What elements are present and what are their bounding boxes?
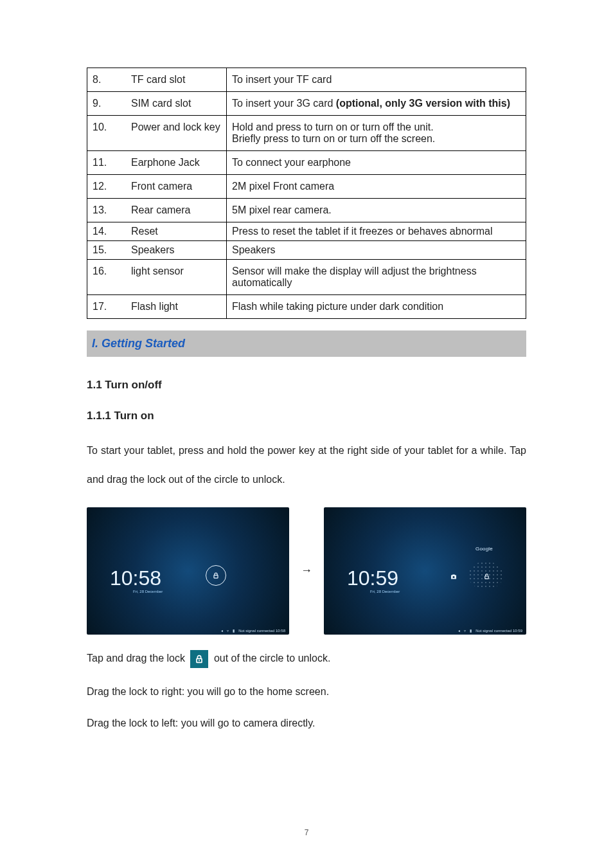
svg-rect-0 bbox=[214, 575, 218, 578]
section-heading: I. Getting Started bbox=[87, 330, 526, 357]
row-name: Rear camera bbox=[126, 199, 227, 222]
table-row: 17.Flash lightFlash while taking picture… bbox=[87, 295, 526, 319]
row-description: To insert your 3G card (optional, only 3… bbox=[227, 92, 526, 116]
subheading-1-1-1: 1.1.1 Turn on bbox=[87, 410, 526, 422]
status-text: Not signal connected 10:59 bbox=[475, 629, 522, 633]
row-name: SIM card slot bbox=[126, 92, 227, 116]
row-number: 9. bbox=[87, 92, 127, 116]
unlock-instruction-a: Tap and drag the lock bbox=[87, 653, 188, 664]
row-description: Press to reset the tablet if it freezes … bbox=[227, 222, 526, 241]
intro-paragraph: To start your tablet, press and hold the… bbox=[87, 437, 526, 494]
svg-rect-2 bbox=[485, 576, 489, 579]
table-row: 13.Rear camera5M pixel rear camera. bbox=[87, 199, 526, 222]
status-text: Not signal connected 10:58 bbox=[238, 629, 285, 633]
table-row: 11.Earphone JackTo connect your earphone bbox=[87, 151, 526, 175]
row-description: 5M pixel rear camera. bbox=[227, 199, 526, 222]
row-name: Speakers bbox=[126, 241, 227, 260]
row-number: 15. bbox=[87, 241, 127, 260]
lock-icon bbox=[206, 565, 226, 586]
signal-icon: ▮ bbox=[233, 628, 235, 633]
back-icon: ◂ bbox=[221, 628, 223, 633]
row-description: To connect your earphone bbox=[227, 151, 526, 175]
arrow-icon: → bbox=[301, 564, 312, 577]
row-number: 10. bbox=[87, 116, 127, 151]
table-row: 14.ResetPress to reset the tablet if it … bbox=[87, 222, 526, 241]
row-description: Flash while taking picture under dark co… bbox=[227, 295, 526, 319]
drag-right-note: Drag the lock to right: you will go to t… bbox=[87, 683, 526, 700]
status-bar: ◂ ▿ ▮ Not signal connected 10:59 bbox=[324, 627, 526, 635]
back-icon: ◂ bbox=[458, 628, 460, 633]
row-name: Power and lock key bbox=[126, 116, 227, 151]
row-number: 16. bbox=[87, 260, 127, 295]
svg-point-1 bbox=[453, 576, 455, 578]
lock-icon bbox=[190, 650, 208, 668]
row-number: 12. bbox=[87, 175, 127, 199]
row-name: Flash light bbox=[126, 295, 227, 319]
status-bar: ◂ ▿ ▮ Not signal connected 10:58 bbox=[87, 627, 289, 635]
drag-left-note: Drag the lock to left: you will go to ca… bbox=[87, 715, 526, 732]
row-number: 14. bbox=[87, 222, 127, 241]
row-number: 8. bbox=[87, 68, 127, 92]
row-number: 11. bbox=[87, 151, 127, 175]
spec-table: 8.TF card slotTo insert your TF card9.SI… bbox=[87, 68, 526, 319]
row-description: 2M pixel Front camera bbox=[227, 175, 526, 199]
table-row: 15.SpeakersSpeakers bbox=[87, 241, 526, 260]
clock-date: Fri, 28 December bbox=[370, 590, 400, 593]
unlock-instruction: Tap and drag the lock out of the circle … bbox=[87, 650, 526, 668]
row-name: Earphone Jack bbox=[126, 151, 227, 175]
table-row: 9.SIM card slotTo insert your 3G card (o… bbox=[87, 92, 526, 116]
lockscreen-before: 10:58 Fri, 28 December ◂ ▿ ▮ Not signal … bbox=[87, 507, 289, 635]
page-number: 7 bbox=[0, 828, 613, 837]
wifi-icon: ▿ bbox=[227, 628, 229, 633]
row-name: TF card slot bbox=[126, 68, 227, 92]
subheading-1-1: 1.1 Turn on/off bbox=[87, 379, 526, 392]
lockscreen-figures: 10:58 Fri, 28 December ◂ ▿ ▮ Not signal … bbox=[87, 507, 526, 635]
row-description: Sensor will make the display will adjust… bbox=[227, 260, 526, 295]
table-row: 10.Power and lock keyHold and press to t… bbox=[87, 116, 526, 151]
row-name: Front camera bbox=[126, 175, 227, 199]
clock-date: Fri, 28 December bbox=[133, 590, 163, 593]
wifi-icon: ▿ bbox=[464, 628, 466, 633]
clock-time: 10:58 bbox=[110, 568, 161, 588]
camera-icon bbox=[450, 573, 458, 582]
unlock-icon bbox=[483, 573, 490, 581]
clock-time: 10:59 bbox=[347, 568, 398, 588]
table-row: 16.light sensorSensor will make the disp… bbox=[87, 260, 526, 295]
table-row: 12.Front camera2M pixel Front camera bbox=[87, 175, 526, 199]
row-description: Speakers bbox=[227, 241, 526, 260]
lockscreen-after: 10:59 Fri, 28 December Google ◂ ▿ ▮ Not … bbox=[324, 507, 526, 635]
row-number: 17. bbox=[87, 295, 127, 319]
row-name: light sensor bbox=[126, 260, 227, 295]
row-name: Reset bbox=[126, 222, 227, 241]
unlock-instruction-b: out of the circle to unlock. bbox=[214, 653, 330, 664]
row-number: 13. bbox=[87, 199, 127, 222]
row-description: To insert your TF card bbox=[227, 68, 526, 92]
table-row: 8.TF card slotTo insert your TF card bbox=[87, 68, 526, 92]
row-description: Hold and press to turn on or turn off th… bbox=[227, 116, 526, 151]
signal-icon: ▮ bbox=[470, 628, 472, 633]
google-label: Google bbox=[475, 546, 493, 552]
